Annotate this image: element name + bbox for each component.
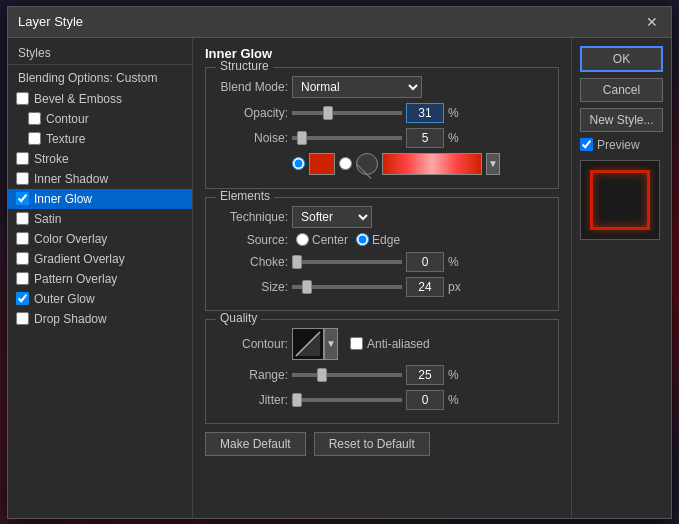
new-style-button[interactable]: New Style... <box>580 108 663 132</box>
main-content: Inner Glow Structure Blend Mode: Normal … <box>193 38 571 518</box>
right-panel: OK Cancel New Style... Preview <box>571 38 671 518</box>
gradient-overlay-label: Gradient Overlay <box>34 252 125 266</box>
left-item-bevel-emboss[interactable]: Bevel & Emboss <box>8 89 192 109</box>
drop-shadow-checkbox[interactable] <box>16 312 29 325</box>
blend-mode-select[interactable]: Normal Dissolve Multiply Screen Overlay <box>292 76 422 98</box>
left-item-gradient-overlay[interactable]: Gradient Overlay <box>8 249 192 269</box>
contour-checkbox[interactable] <box>28 112 41 125</box>
size-unit: px <box>448 280 466 294</box>
bevel-emboss-checkbox[interactable] <box>16 92 29 105</box>
texture-label: Texture <box>46 132 85 146</box>
range-unit: % <box>448 368 466 382</box>
inner-shadow-checkbox[interactable] <box>16 172 29 185</box>
outer-glow-label: Outer Glow <box>34 292 95 306</box>
noise-slider[interactable] <box>292 136 402 140</box>
dialog-body: Styles Blending Options: Custom Bevel & … <box>8 38 671 518</box>
layer-style-dialog: Layer Style ✕ Styles Blending Options: C… <box>7 6 672 519</box>
jitter-input[interactable]: 0 <box>406 390 444 410</box>
pattern-overlay-label: Pattern Overlay <box>34 272 117 286</box>
opacity-slider[interactable] <box>292 111 402 115</box>
left-item-stroke[interactable]: Stroke <box>8 149 192 169</box>
contour-preview[interactable] <box>292 328 324 360</box>
cancel-button[interactable]: Cancel <box>580 78 663 102</box>
source-center-label[interactable]: Center <box>296 233 348 247</box>
left-item-pattern-overlay[interactable]: Pattern Overlay <box>8 269 192 289</box>
texture-checkbox[interactable] <box>28 132 41 145</box>
opacity-row: Opacity: 31 % <box>218 103 546 123</box>
source-label: Source: <box>218 233 288 247</box>
transparent-circle[interactable] <box>356 153 378 175</box>
noise-input[interactable]: 5 <box>406 128 444 148</box>
contour-row: Contour: ▼ <box>218 328 546 360</box>
opacity-input[interactable]: 31 <box>406 103 444 123</box>
blending-options-item[interactable]: Blending Options: Custom <box>8 67 192 89</box>
size-input[interactable]: 24 <box>406 277 444 297</box>
elements-section: Elements Technique: Softer Precise Sourc… <box>205 197 559 311</box>
jitter-slider[interactable] <box>292 398 402 402</box>
left-item-inner-shadow[interactable]: Inner Shadow <box>8 169 192 189</box>
elements-label: Elements <box>216 189 274 203</box>
source-edge-radio[interactable] <box>356 233 369 246</box>
satin-checkbox[interactable] <box>16 212 29 225</box>
left-item-texture[interactable]: Texture <box>8 129 192 149</box>
choke-slider[interactable] <box>292 260 402 264</box>
gradient-arrow-icon[interactable]: ▼ <box>486 153 500 175</box>
left-item-contour[interactable]: Contour <box>8 109 192 129</box>
left-item-color-overlay[interactable]: Color Overlay <box>8 229 192 249</box>
color-overlay-label: Color Overlay <box>34 232 107 246</box>
stroke-label: Stroke <box>34 152 69 166</box>
range-row: Range: 25 % <box>218 365 546 385</box>
antialias-checkbox[interactable] <box>350 337 363 350</box>
color-overlay-checkbox[interactable] <box>16 232 29 245</box>
quality-section: Quality Contour: ▼ <box>205 319 559 424</box>
preview-checkbox[interactable] <box>580 138 593 151</box>
left-item-drop-shadow[interactable]: Drop Shadow <box>8 309 192 329</box>
contour-arrow-icon[interactable]: ▼ <box>324 328 338 360</box>
inner-glow-checkbox[interactable] <box>16 192 29 205</box>
range-slider[interactable] <box>292 373 402 377</box>
structure-section: Structure Blend Mode: Normal Dissolve Mu… <box>205 67 559 189</box>
noise-label: Noise: <box>218 131 288 145</box>
drop-shadow-label: Drop Shadow <box>34 312 107 326</box>
blend-mode-row: Blend Mode: Normal Dissolve Multiply Scr… <box>218 76 546 98</box>
outer-glow-checkbox[interactable] <box>16 292 29 305</box>
choke-input[interactable]: 0 <box>406 252 444 272</box>
make-default-button[interactable]: Make Default <box>205 432 306 456</box>
contour-label: Contour <box>46 112 89 126</box>
source-center-radio[interactable] <box>296 233 309 246</box>
source-row: Source: Center Edge <box>218 233 546 247</box>
source-options: Center Edge <box>296 233 400 247</box>
noise-unit: % <box>448 131 466 145</box>
gradient-overlay-checkbox[interactable] <box>16 252 29 265</box>
inner-shadow-label: Inner Shadow <box>34 172 108 186</box>
technique-row: Technique: Softer Precise <box>218 206 546 228</box>
pattern-overlay-checkbox[interactable] <box>16 272 29 285</box>
stroke-checkbox[interactable] <box>16 152 29 165</box>
preview-inner <box>590 170 650 230</box>
left-item-satin[interactable]: Satin <box>8 209 192 229</box>
source-edge-label[interactable]: Edge <box>356 233 400 247</box>
contour-svg <box>294 330 322 358</box>
solid-color-radio[interactable] <box>292 157 305 170</box>
gradient-radio[interactable] <box>339 157 352 170</box>
choke-label: Choke: <box>218 255 288 269</box>
technique-label: Technique: <box>218 210 288 224</box>
inner-glow-label: Inner Glow <box>34 192 92 206</box>
left-item-inner-glow[interactable]: Inner Glow <box>8 189 192 209</box>
noise-row: Noise: 5 % <box>218 128 546 148</box>
size-row: Size: 24 px <box>218 277 546 297</box>
size-slider[interactable] <box>292 285 402 289</box>
preview-label: Preview <box>580 138 663 152</box>
range-label: Range: <box>218 368 288 382</box>
bevel-emboss-label: Bevel & Emboss <box>34 92 122 106</box>
gradient-preview[interactable] <box>382 153 482 175</box>
left-item-outer-glow[interactable]: Outer Glow <box>8 289 192 309</box>
reset-default-button[interactable]: Reset to Default <box>314 432 430 456</box>
range-input[interactable]: 25 <box>406 365 444 385</box>
styles-header[interactable]: Styles <box>8 42 192 65</box>
close-button[interactable]: ✕ <box>643 13 661 31</box>
antialias-label[interactable]: Anti-aliased <box>350 337 430 351</box>
color-swatch[interactable] <box>309 153 335 175</box>
ok-button[interactable]: OK <box>580 46 663 72</box>
technique-select[interactable]: Softer Precise <box>292 206 372 228</box>
